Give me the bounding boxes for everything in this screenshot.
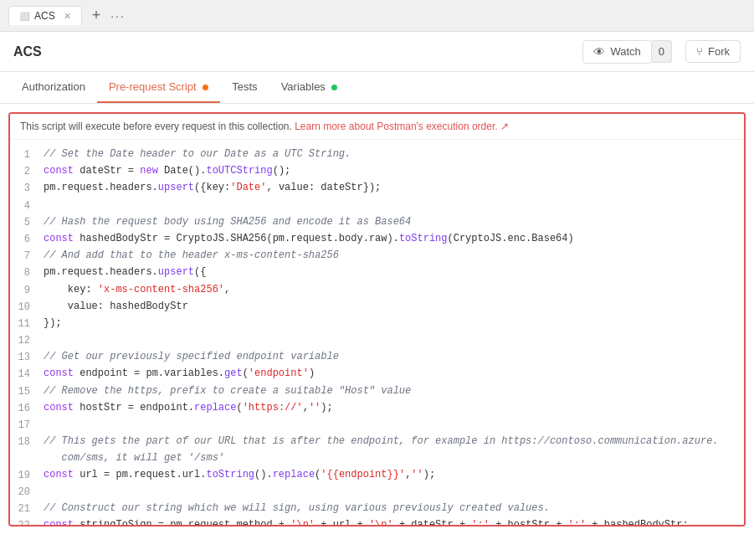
collection-title: ACS (13, 44, 42, 59)
line-content: const hostStr = endpoint.replace('https:… (44, 400, 744, 416)
line-content: }); (44, 316, 744, 331)
code-token: }); (44, 317, 62, 329)
tab-pre-request-script[interactable]: Pre-request Script (97, 72, 220, 103)
code-token: (); (273, 165, 291, 177)
tab-title: ACS (34, 10, 55, 22)
tab-tests[interactable]: Tests (220, 72, 269, 103)
code-token: , (303, 402, 309, 414)
code-token: // This gets the part of our URL that is… (44, 435, 719, 447)
tab-variables[interactable]: Variables (269, 72, 350, 103)
code-token: key: (44, 284, 98, 295)
code-token: '' (309, 402, 321, 414)
code-line: 7// And add that to the header x-ms-cont… (10, 248, 744, 265)
line-number: 8 (10, 265, 44, 281)
code-line: 13// Get our previously specified endpoi… (10, 349, 744, 366)
code-token: pm.request.headers. (44, 182, 158, 193)
line-content: const dateStr = new Date().toUTCString()… (44, 163, 744, 179)
code-line: 5// Hash the request body using SHA256 a… (10, 214, 744, 231)
code-token: pm.request.headers. (44, 266, 158, 278)
code-token: // Hash the request body using SHA256 an… (44, 216, 411, 228)
code-token: com/sms, it will get '/sms' (44, 452, 224, 464)
code-token: const (44, 233, 80, 244)
code-token: hashedBodyStr = CryptoJS.SHA256(pm.reque… (80, 233, 399, 244)
watch-button[interactable]: 👁 Watch (582, 40, 651, 64)
code-token: const (44, 165, 80, 177)
line-content: key: 'x-ms-content-sha256', (44, 282, 744, 298)
code-token: ';' (471, 519, 490, 525)
code-token: '{{endpoint}}' (321, 469, 405, 480)
code-token: ( (243, 367, 249, 379)
line-content (44, 484, 744, 500)
line-number: 13 (10, 349, 44, 366)
line-number: 14 (10, 366, 44, 383)
tab-authorization[interactable]: Authorization (10, 72, 97, 103)
code-token: '\n' (290, 519, 315, 525)
code-token: endpoint = pm.variables. (80, 367, 224, 379)
more-options-button[interactable]: ··· (110, 9, 126, 23)
line-number: 2 (10, 163, 44, 180)
line-content: pm.request.headers.upsert({ (44, 265, 744, 280)
line-number: 3 (10, 180, 44, 197)
code-line: 2const dateStr = new Date().toUTCString(… (10, 163, 744, 180)
code-line: 6const hashedBodyStr = CryptoJS.SHA256(p… (10, 231, 744, 248)
code-token: 'endpoint' (249, 367, 309, 379)
line-content: value: hashedBodyStr (44, 299, 744, 315)
browser-tab[interactable]: ⬜ ACS ✕ (8, 6, 82, 25)
external-link-arrow: ↗ (500, 121, 509, 132)
line-content: // Hash the request body using SHA256 an… (44, 214, 744, 230)
line-content: // And add that to the header x-ms-conte… (44, 248, 744, 264)
tab-icon: ⬜ (19, 12, 29, 21)
code-editor[interactable]: 1// Set the Date header to our Date as a… (10, 140, 744, 525)
code-token: toString (399, 233, 448, 244)
code-line: com/sms, it will get '/sms' (10, 450, 744, 466)
fork-label: Fork (708, 45, 730, 58)
code-token: new (140, 165, 164, 177)
new-tab-button[interactable]: + (89, 7, 105, 24)
line-content (44, 198, 744, 213)
code-token: (). (254, 469, 273, 480)
fork-icon: ⑂ (696, 45, 703, 58)
code-token: + url + (315, 519, 369, 525)
code-token: (CryptoJS.enc.Base64) (448, 233, 574, 244)
code-line: 14const endpoint = pm.variables.get('end… (10, 366, 744, 383)
code-line: 21// Construct our string which we will … (10, 501, 744, 517)
watch-count[interactable]: 0 (652, 40, 672, 63)
watch-group: 👁 Watch 0 (582, 40, 672, 64)
tab-close-button[interactable]: ✕ (64, 11, 71, 22)
code-container: This script will execute before every re… (8, 112, 746, 527)
code-token: ) (309, 367, 315, 379)
line-number: 19 (10, 467, 44, 484)
code-token: const (44, 469, 80, 480)
learn-more-link[interactable]: Learn more about Postman's execution ord… (295, 121, 509, 132)
line-number: 9 (10, 282, 44, 299)
fork-button[interactable]: ⑂ Fork (685, 40, 741, 63)
code-line: 9 key: 'x-ms-content-sha256', (10, 282, 744, 299)
code-token: upsert (158, 266, 194, 278)
line-number: 15 (10, 383, 44, 400)
code-token: ';' (568, 519, 587, 525)
code-line: 1// Set the Date header to our Date as a… (10, 146, 744, 163)
watch-label: Watch (610, 45, 640, 58)
line-number: 18 (10, 434, 44, 450)
code-token: // Remove the https, prefix to create a … (44, 385, 411, 397)
line-content (44, 417, 744, 433)
code-token: // And add that to the header x-ms-conte… (44, 249, 339, 261)
line-number (10, 450, 44, 451)
line-content: // This gets the part of our URL that is… (44, 434, 744, 450)
line-number: 22 (10, 517, 44, 525)
code-token: , (224, 284, 230, 295)
code-token: hostStr = endpoint. (80, 402, 194, 414)
code-token: '\n' (369, 519, 393, 525)
code-line: 16const hostStr = endpoint.replace('http… (10, 400, 744, 417)
code-token: stringToSign = pm.request.method + (80, 519, 290, 525)
code-token: '' (411, 469, 423, 480)
code-token: = (128, 165, 140, 177)
code-line: 3pm.request.headers.upsert({key:'Date', … (10, 180, 744, 197)
line-content: const url = pm.request.url.toString().re… (44, 467, 744, 483)
code-token: 'https://' (243, 402, 303, 414)
code-token: , value: dateStr}); (266, 182, 381, 193)
code-line: 19const url = pm.request.url.toString().… (10, 467, 744, 484)
eye-icon: 👁 (593, 45, 605, 59)
code-line: 15// Remove the https, prefix to create … (10, 383, 744, 400)
code-token: Date(). (164, 165, 206, 177)
